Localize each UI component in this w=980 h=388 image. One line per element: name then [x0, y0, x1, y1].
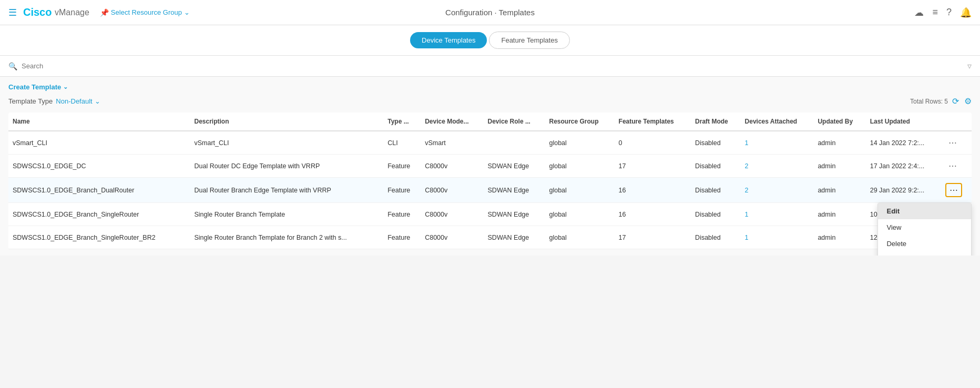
- cell-updated-by: admin: [813, 226, 865, 249]
- brand-app: vManage: [55, 8, 89, 17]
- cell-device-mode: C8000v: [421, 178, 483, 203]
- create-template-button[interactable]: Create Template ⌄: [8, 83, 68, 91]
- cell-devices-attached[interactable]: 1: [741, 226, 814, 249]
- context-menu: Edit View Delete Copy Enable Draft Mode …: [877, 202, 972, 256]
- cell-device-role: SDWAN Edge: [484, 155, 545, 178]
- cell-name: SDWSCS1.0_EDGE_Branch_SingleRouter: [8, 203, 190, 226]
- cell-draft-mode: Disabled: [691, 203, 740, 226]
- chevron-down-icon: ⌄: [184, 8, 190, 16]
- cell-type: Feature: [383, 178, 421, 203]
- cell-resource-group: global: [545, 203, 614, 226]
- cell-type: CLI: [383, 131, 421, 155]
- table-row: SDWSCS1.0_EDGE_Branch_SingleRouter Singl…: [8, 203, 972, 226]
- cell-last-updated: 17 Jan 2022 2:4:...: [866, 155, 942, 178]
- cell-actions-1: ⋯: [941, 155, 972, 178]
- cell-devices-attached[interactable]: 2: [741, 155, 814, 178]
- hamburger-icon[interactable]: ☰: [8, 7, 17, 18]
- resource-group-label: Select Resource Group: [111, 8, 182, 16]
- row-actions-button-1[interactable]: ⋯: [945, 160, 960, 172]
- cell-last-updated: 14 Jan 2022 7:2:...: [866, 131, 942, 155]
- cell-device-role: [484, 131, 545, 155]
- resource-group-selector[interactable]: 📌 Select Resource Group ⌄: [100, 8, 190, 17]
- col-name: Name: [8, 113, 190, 131]
- col-updated-by: Updated By: [813, 113, 865, 131]
- col-devices-attached: Devices Attached: [741, 113, 814, 131]
- cell-feature-templates: 17: [615, 155, 691, 178]
- filter-icon[interactable]: ▿: [967, 61, 972, 71]
- template-type-label: Template Type: [8, 97, 53, 105]
- cell-feature-templates: 17: [615, 226, 691, 249]
- row-actions-button-2[interactable]: ⋯: [945, 183, 962, 197]
- cell-resource-group: global: [545, 178, 614, 203]
- tab-bar: Device Templates Feature Templates: [0, 25, 980, 56]
- menu-item-edit[interactable]: Edit: [878, 203, 971, 219]
- tab-feature-templates[interactable]: Feature Templates: [489, 32, 569, 49]
- menu-item-copy[interactable]: Copy: [878, 252, 971, 256]
- cell-updated-by: admin: [813, 131, 865, 155]
- cell-device-role: SDWAN Edge: [484, 178, 545, 203]
- menu-item-view[interactable]: View: [878, 219, 971, 236]
- table-toolbar-icons: ⟳ ⚙: [952, 96, 972, 106]
- total-rows-label: Total Rows: 5: [910, 98, 948, 105]
- cell-description: Single Router Branch Template for Branch…: [190, 226, 383, 249]
- help-icon[interactable]: ?: [946, 7, 952, 18]
- cell-description: Dual Router DC Edge Template with VRRP: [190, 155, 383, 178]
- cell-description: vSmart_CLI: [190, 131, 383, 155]
- cell-resource-group: global: [545, 155, 614, 178]
- col-last-updated: Last Updated: [866, 113, 942, 131]
- search-icon: 🔍: [8, 62, 17, 70]
- table-header-row: Name Description Type ... Device Mode...…: [8, 113, 972, 131]
- bell-icon[interactable]: 🔔: [960, 7, 972, 18]
- refresh-icon[interactable]: ⟳: [952, 96, 959, 106]
- templates-table: Name Description Type ... Device Mode...…: [8, 113, 972, 249]
- cell-devices-attached[interactable]: 1: [741, 131, 814, 155]
- template-type-value: Non-Default: [56, 97, 92, 105]
- cell-actions-2: ⋯ Edit View Delete Copy Enable Draft Mod…: [941, 178, 972, 203]
- cell-actions-0: ⋯: [941, 131, 972, 155]
- cell-type: Feature: [383, 155, 421, 178]
- cell-devices-attached[interactable]: 2: [741, 178, 814, 203]
- cell-device-mode: C8000v: [421, 155, 483, 178]
- content-area: Create Template ⌄ Template Type Non-Defa…: [0, 77, 980, 256]
- cell-device-role: SDWAN Edge: [484, 203, 545, 226]
- template-type-row: Template Type Non-Default ⌄ Total Rows: …: [8, 96, 972, 106]
- menu-item-delete[interactable]: Delete: [878, 236, 971, 252]
- row-actions-button-0[interactable]: ⋯: [945, 137, 960, 149]
- nav-right-icons: ☁ ≡ ? 🔔: [914, 7, 972, 18]
- cell-type: Feature: [383, 226, 421, 249]
- cell-description: Single Router Branch Template: [190, 203, 383, 226]
- template-type-dropdown[interactable]: Non-Default ⌄: [56, 97, 100, 105]
- col-device-role: Device Role ...: [484, 113, 545, 131]
- brand-cisco: Cisco: [23, 6, 52, 18]
- cell-name: SDWSCS1.0_EDGE_DC: [8, 155, 190, 178]
- cell-resource-group: global: [545, 226, 614, 249]
- create-template-row: Create Template ⌄: [8, 83, 972, 91]
- cell-feature-templates: 16: [615, 203, 691, 226]
- pin-icon: 📌: [100, 8, 109, 17]
- table-row: SDWSCS1.0_EDGE_Branch_SingleRouter_BR2 S…: [8, 226, 972, 249]
- tab-device-templates[interactable]: Device Templates: [410, 32, 487, 48]
- cell-description: Dual Router Branch Edge Template with VR…: [190, 178, 383, 203]
- cell-feature-templates: 16: [615, 178, 691, 203]
- top-nav: ☰ Cisco vManage 📌 Select Resource Group …: [0, 0, 980, 25]
- table-row: SDWSCS1.0_EDGE_Branch_DualRouter Dual Ro…: [8, 178, 972, 203]
- cell-feature-templates: 0: [615, 131, 691, 155]
- cell-device-mode: C8000v: [421, 203, 483, 226]
- menu-icon[interactable]: ≡: [932, 7, 938, 18]
- cloud-icon[interactable]: ☁: [914, 7, 924, 18]
- cell-device-mode: vSmart: [421, 131, 483, 155]
- search-input[interactable]: [22, 62, 963, 70]
- cell-draft-mode: Disabled: [691, 226, 740, 249]
- chevron-down-icon: ⌄: [95, 97, 100, 105]
- col-device-mode: Device Mode...: [421, 113, 483, 131]
- create-template-label: Create Template: [8, 83, 61, 91]
- col-resource-group: Resource Group: [545, 113, 614, 131]
- cell-devices-attached[interactable]: 1: [741, 203, 814, 226]
- settings-icon[interactable]: ⚙: [964, 96, 972, 106]
- cell-name: SDWSCS1.0_EDGE_Branch_SingleRouter_BR2: [8, 226, 190, 249]
- chevron-icon: ⌄: [63, 84, 68, 90]
- cell-type: Feature: [383, 203, 421, 226]
- col-draft-mode: Draft Mode: [691, 113, 740, 131]
- page-title: Configuration · Templates: [445, 8, 535, 17]
- table-row: SDWSCS1.0_EDGE_DC Dual Router DC Edge Te…: [8, 155, 972, 178]
